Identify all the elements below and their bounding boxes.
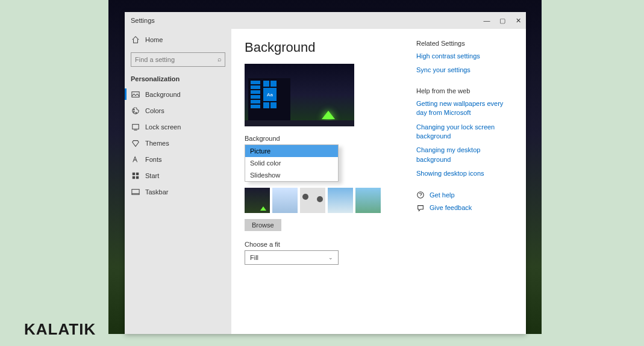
fit-label: Choose a fit bbox=[245, 241, 404, 248]
link-desktop-bg[interactable]: Changing my desktop background bbox=[416, 146, 513, 164]
background-dropdown-open[interactable]: Picture Solid color Slideshow bbox=[245, 144, 339, 182]
sidebar-item-fonts[interactable]: Fonts bbox=[125, 151, 231, 167]
svg-rect-7 bbox=[133, 176, 135, 178]
feedback-link[interactable]: Give feedback bbox=[430, 203, 472, 212]
lock-screen-icon bbox=[131, 122, 140, 132]
preview-sample-text: Aa bbox=[263, 88, 277, 101]
svg-rect-5 bbox=[133, 172, 135, 175]
main-panel: Background Aa bbox=[231, 29, 526, 334]
link-sync-settings[interactable]: Sync your settings bbox=[416, 66, 513, 75]
right-panel: Related Settings High contrast settings … bbox=[404, 40, 513, 323]
sidebar-item-lockscreen[interactable]: Lock screen bbox=[125, 119, 231, 135]
close-button[interactable]: ✕ bbox=[510, 12, 526, 29]
titlebar: Settings — ▢ ✕ bbox=[125, 12, 526, 29]
sidebar-item-label: Taskbar bbox=[145, 188, 169, 196]
sidebar-item-label: Colors bbox=[145, 107, 164, 114]
svg-rect-8 bbox=[136, 176, 139, 178]
thumbnail[interactable] bbox=[328, 188, 353, 213]
palette-icon bbox=[131, 106, 140, 116]
start-icon bbox=[131, 171, 140, 181]
settings-window: Settings — ▢ ✕ Home ⌕ Personalization bbox=[125, 12, 526, 334]
thumbnail[interactable] bbox=[272, 188, 298, 213]
fit-value: Fill bbox=[250, 254, 258, 261]
sidebar-item-taskbar[interactable]: Taskbar bbox=[125, 184, 231, 200]
preview-tent bbox=[322, 111, 335, 119]
themes-icon bbox=[131, 138, 140, 148]
search-container: ⌕ bbox=[125, 48, 231, 70]
help-web-header: Help from the web bbox=[416, 87, 513, 94]
dropdown-option-solid[interactable]: Solid color bbox=[245, 157, 338, 169]
svg-point-2 bbox=[134, 111, 134, 112]
svg-point-3 bbox=[136, 112, 136, 113]
picture-thumbnails bbox=[245, 188, 404, 213]
svg-rect-4 bbox=[133, 124, 139, 129]
help-icon bbox=[416, 191, 425, 199]
sidebar-item-label: Background bbox=[145, 91, 181, 98]
image-icon bbox=[131, 90, 140, 99]
thumbnail[interactable] bbox=[355, 188, 381, 213]
sidebar-item-start[interactable]: Start bbox=[125, 167, 231, 184]
search-icon: ⌕ bbox=[217, 55, 222, 63]
page-title: Background bbox=[245, 40, 404, 55]
sidebar: Home ⌕ Personalization Background Colors bbox=[125, 29, 231, 334]
chevron-down-icon: ⌄ bbox=[328, 255, 333, 261]
background-preview: Aa bbox=[245, 64, 354, 126]
fit-select[interactable]: Fill ⌄ bbox=[245, 250, 339, 265]
sidebar-section-header: Personalization bbox=[125, 70, 231, 86]
preview-taskbar bbox=[245, 120, 354, 126]
thumbnail[interactable] bbox=[245, 188, 270, 213]
taskbar-icon bbox=[131, 187, 140, 197]
fonts-icon bbox=[131, 155, 140, 164]
sidebar-item-themes[interactable]: Themes bbox=[125, 135, 231, 151]
feedback-icon bbox=[416, 204, 425, 212]
background-dropdown-label: Background bbox=[245, 135, 404, 142]
window-controls: — ▢ ✕ bbox=[479, 12, 526, 29]
home-icon bbox=[131, 35, 140, 45]
svg-rect-6 bbox=[136, 172, 139, 175]
link-wallpapers[interactable]: Getting new wallpapers every day from Mi… bbox=[416, 99, 513, 118]
dropdown-option-picture[interactable]: Picture bbox=[245, 145, 338, 157]
thumbnail[interactable] bbox=[300, 188, 325, 213]
sidebar-item-label: Lock screen bbox=[145, 123, 181, 131]
sidebar-home[interactable]: Home bbox=[125, 31, 231, 48]
related-settings-header: Related Settings bbox=[416, 40, 513, 47]
browse-button[interactable]: Browse bbox=[245, 219, 281, 231]
brand-watermark: KALATIK bbox=[24, 320, 96, 339]
sidebar-item-background[interactable]: Background bbox=[125, 86, 231, 102]
search-input[interactable] bbox=[131, 52, 225, 67]
minimize-button[interactable]: — bbox=[479, 12, 495, 29]
get-help-link[interactable]: Get help bbox=[430, 191, 455, 200]
sidebar-item-label: Start bbox=[145, 172, 159, 179]
link-desktop-icons[interactable]: Showing desktop icons bbox=[416, 169, 513, 178]
link-high-contrast[interactable]: High contrast settings bbox=[416, 52, 513, 61]
get-help-row[interactable]: Get help bbox=[416, 191, 513, 200]
sidebar-item-label: Themes bbox=[145, 140, 169, 147]
svg-point-1 bbox=[134, 109, 134, 110]
dropdown-option-slideshow[interactable]: Slideshow bbox=[245, 169, 338, 181]
preview-start-menu: Aa bbox=[248, 78, 290, 120]
sidebar-home-label: Home bbox=[145, 36, 163, 43]
link-lock-screen-bg[interactable]: Changing your lock screen background bbox=[416, 123, 513, 141]
sidebar-item-colors[interactable]: Colors bbox=[125, 102, 231, 119]
feedback-row[interactable]: Give feedback bbox=[416, 203, 513, 212]
window-title: Settings bbox=[131, 17, 155, 24]
sidebar-item-label: Fonts bbox=[145, 156, 162, 163]
maximize-button[interactable]: ▢ bbox=[495, 12, 510, 29]
svg-rect-0 bbox=[132, 91, 139, 97]
